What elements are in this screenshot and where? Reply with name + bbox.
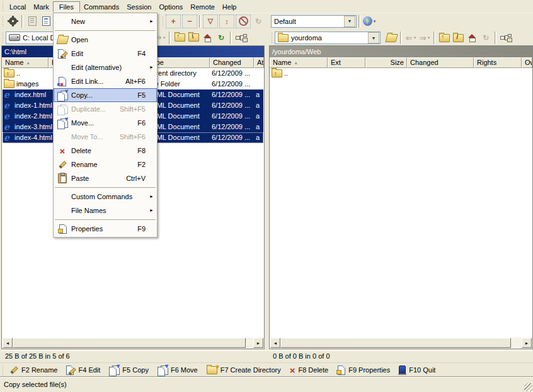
parent-folder-icon <box>175 33 185 42</box>
menu-item-paste[interactable]: PasteCtrl+V <box>54 171 157 185</box>
chevron-down-icon[interactable]: ▾ <box>428 35 430 40</box>
f8-delete-button[interactable]: ×F8 Delete <box>285 364 333 376</box>
scroll-left-button[interactable]: ◄ <box>3 338 13 348</box>
f7-create-directory-button[interactable]: F7 Create Directory <box>202 364 285 376</box>
local-home-dir-button[interactable] <box>200 31 214 45</box>
column-header-size[interactable]: Size <box>365 57 407 68</box>
chevron-down-icon[interactable]: ▼ <box>368 32 379 43</box>
file-row-parent[interactable]: .. <box>270 68 532 79</box>
filter-button[interactable]: ▽ <box>203 14 218 28</box>
remote-root-icon <box>453 34 464 42</box>
menu-item-new[interactable]: New► <box>54 14 157 28</box>
edit-link-icon <box>58 77 67 86</box>
f9-properties-button[interactable]: F9 Properties <box>333 364 394 376</box>
f2-rename-button[interactable]: F2 Rename <box>6 364 62 376</box>
menu-files[interactable]: Files <box>53 1 80 12</box>
toolbar-separator <box>199 15 201 28</box>
scroll-right-button[interactable]: ► <box>522 338 532 348</box>
forward-arrow-icon: ⇒ <box>420 33 427 43</box>
menu-session[interactable]: Session <box>123 2 155 12</box>
menu-remote[interactable]: Remote <box>186 2 219 12</box>
local-parent-dir-button[interactable] <box>173 31 186 45</box>
scroll-right-button[interactable]: ► <box>253 338 263 348</box>
chevron-down-icon[interactable]: ▾ <box>414 35 416 40</box>
remote-address-grip[interactable] <box>271 32 273 43</box>
remote-refresh-button[interactable]: ↻ <box>479 31 493 45</box>
column-header-changed[interactable]: Changed <box>210 57 254 68</box>
local-tree-button[interactable] <box>234 31 248 45</box>
column-header-owner[interactable]: Owner <box>522 57 532 68</box>
remote-parent-dir-button[interactable] <box>437 31 451 45</box>
f6-move-button[interactable]: F6 Move <box>153 364 202 376</box>
submenu-arrow-icon: ► <box>149 19 154 23</box>
open-directory-button[interactable] <box>384 31 398 45</box>
local-address-grip[interactable] <box>2 32 4 43</box>
preferences-button[interactable] <box>6 14 20 28</box>
column-header-ext[interactable]: Ext <box>328 57 365 68</box>
menu-item-edit[interactable]: EditF4 <box>54 47 157 61</box>
synchronize-button[interactable] <box>25 14 39 28</box>
remote-horizontal-scrollbar: ◄ ► <box>270 338 532 348</box>
scroll-left-button[interactable]: ◄ <box>270 338 280 348</box>
column-header-name[interactable]: Name▲ <box>270 57 328 68</box>
restore-selection-button[interactable]: ↻ <box>251 14 266 28</box>
parent-folder-icon <box>4 69 14 78</box>
folder-icon <box>4 80 14 88</box>
select-add-button[interactable]: + <box>166 14 181 28</box>
menu-options[interactable]: Options <box>155 2 186 12</box>
remote-forward-button[interactable]: ⇒▾ <box>418 31 432 45</box>
f5-copy-button[interactable]: F5 Copy <box>105 364 153 376</box>
menu-item-edit-alternative[interactable]: Edit (alternative)► <box>54 61 157 74</box>
f4-edit-button[interactable]: F4 Edit <box>62 364 105 376</box>
menu-item-delete[interactable]: × DeleteF8 <box>54 144 157 158</box>
chevron-down-icon[interactable]: ▾ <box>374 19 376 24</box>
local-refresh-button[interactable]: ↻ <box>214 31 228 45</box>
fkey-toolbar-grip[interactable] <box>2 364 4 376</box>
scrollbar-thumb[interactable] <box>13 338 246 348</box>
menu-item-custom-commands[interactable]: Custom Commands► <box>54 190 157 204</box>
menubar-grip[interactable] <box>2 1 4 12</box>
session-combo[interactable]: Default ▼ <box>271 15 357 28</box>
local-root-dir-button[interactable] <box>186 31 200 45</box>
remote-dir-combo[interactable]: yourdoma ▼ <box>275 32 381 44</box>
remote-path-bar[interactable]: /yourdoma/Web <box>270 46 532 57</box>
remote-home-dir-button[interactable] <box>465 31 479 45</box>
chevron-down-icon[interactable]: ▼ <box>344 16 355 27</box>
scrollbar-thumb[interactable] <box>280 338 511 348</box>
menu-local[interactable]: Local <box>6 2 30 12</box>
menu-item-rename[interactable]: RenameF2 <box>54 158 157 171</box>
menu-help[interactable]: Help <box>219 2 241 12</box>
remote-status-bar: 0 B of 0 B in 0 of 0 <box>269 350 533 362</box>
new-session-button[interactable]: ▾ <box>362 14 376 28</box>
menu-item-move[interactable]: Move...F6 <box>54 116 157 130</box>
clear-selection-button[interactable] <box>236 14 251 28</box>
menu-item-copy[interactable]: Copy...F5 <box>54 88 157 102</box>
remote-tree-button[interactable] <box>498 31 512 45</box>
column-header-changed[interactable]: Changed <box>407 57 474 68</box>
f10-quit-button[interactable]: F10 Quit <box>394 364 440 376</box>
column-header-name[interactable]: Name▲ <box>2 57 49 68</box>
selection-invert-button[interactable]: ↕ <box>219 14 234 28</box>
menubar: Local Mark Files Commands Session Option… <box>0 0 533 13</box>
menu-commands[interactable]: Commands <box>80 2 123 12</box>
html-file-icon <box>4 112 13 121</box>
remote-root-dir-button[interactable] <box>451 31 465 45</box>
column-header-attr[interactable]: Attr <box>254 57 264 68</box>
menu-item-file-names[interactable]: File Names► <box>54 204 157 217</box>
menu-item-properties[interactable]: PropertiesF9 <box>54 222 157 236</box>
panel-splitter[interactable] <box>265 45 269 349</box>
remote-back-button[interactable]: ⇐▾ <box>404 31 418 45</box>
menu-item-edit-link[interactable]: Edit Link...Alt+F6 <box>54 74 157 88</box>
toolbar-grip[interactable] <box>2 16 4 27</box>
transfer-settings-button[interactable] <box>39 14 53 28</box>
folder-icon <box>278 34 289 42</box>
column-header-rights[interactable]: Rights <box>474 57 522 68</box>
local-root-icon <box>188 33 199 42</box>
resize-grip[interactable] <box>524 383 532 391</box>
chevron-down-icon[interactable]: ▾ <box>163 35 166 40</box>
quit-icon <box>399 366 406 374</box>
selection-toolbar-grip[interactable] <box>162 16 164 27</box>
select-remove-button[interactable]: − <box>182 14 197 28</box>
menu-item-open[interactable]: Open <box>54 33 157 47</box>
menu-mark[interactable]: Mark <box>30 2 52 12</box>
